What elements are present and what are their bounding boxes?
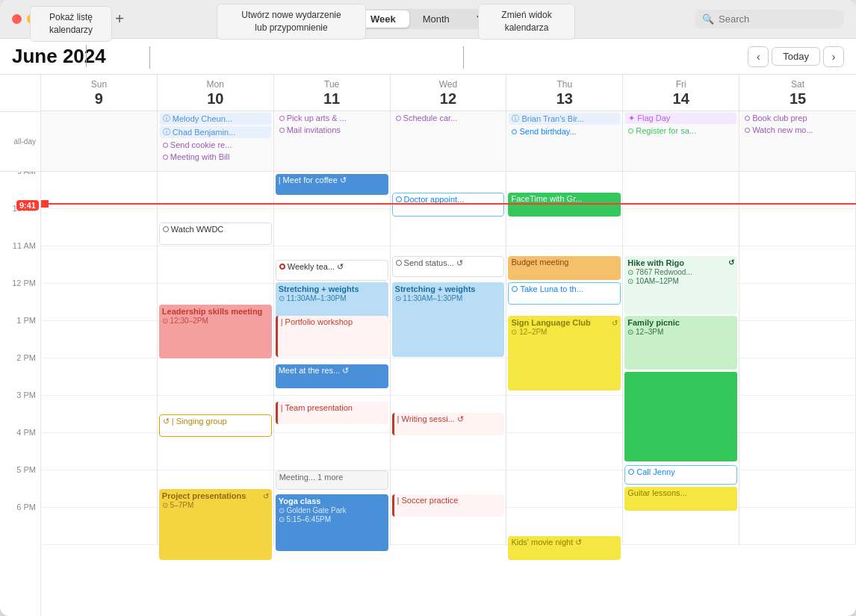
today-button[interactable]: Today: [772, 47, 820, 66]
event-stretching-wed[interactable]: Stretching + weights ⊙ 11:30AM–1:30PM: [392, 282, 505, 357]
view-tabs: Day Week Month Year: [311, 9, 511, 29]
day-header-sun: Sun 9: [41, 75, 158, 111]
event-portfolio[interactable]: | Portfolio workshop: [276, 316, 388, 357]
add-event-button[interactable]: +: [111, 11, 128, 28]
calendar-list-icon[interactable]: ☷: [61, 10, 78, 28]
event-sign-language[interactable]: Sign Language Club ⊙ 12–2PM ↺: [508, 316, 621, 391]
toolbar-icons: ☷ ✉: [61, 10, 104, 28]
event-call-jenny[interactable]: Call Jenny: [624, 465, 737, 485]
time-label-11am: 11 AM: [0, 241, 40, 279]
tab-week[interactable]: Week: [357, 10, 409, 28]
day-col-mon: Watch WWDC Leadership skills meeting ⊙ 1…: [158, 172, 274, 545]
day-header-spacer: [0, 75, 40, 112]
titlebar: ☷ ✉ + Day Week Month Year 🔍: [0, 0, 856, 39]
event-doctor[interactable]: Doctor appoint...: [392, 193, 505, 217]
time-label-2pm: 2 PM: [0, 353, 40, 391]
time-label-1pm: 1 PM: [0, 316, 40, 353]
allday-label: all-day: [14, 137, 36, 146]
event-book-club[interactable]: Book club prep: [742, 113, 854, 123]
day-header-wed: Wed 12: [391, 75, 507, 111]
day-header-mon: Mon 10: [158, 75, 274, 111]
event-guitar[interactable]: Guitar lessons...: [624, 487, 737, 511]
event-meeting-bill[interactable]: Meeting with Bill: [160, 152, 271, 162]
day-header-thu: Thu 13: [506, 75, 623, 111]
allday-row: ⓘ Melody Cheun... ⓘ Chad Benjamin... Sen…: [41, 111, 856, 172]
time-label-4pm: 4 PM: [0, 428, 40, 465]
allday-cell-sun: [41, 111, 158, 171]
event-take-luna[interactable]: Take Luna to th...: [508, 282, 621, 305]
traffic-lights: [12, 14, 52, 24]
event-family-picnic[interactable]: Family picnic ⊙ 12–3PM: [624, 316, 737, 370]
event-flag-day[interactable]: ✦ Flag Day: [625, 113, 736, 124]
close-button[interactable]: [12, 14, 22, 24]
event-weekly-tea[interactable]: Weekly tea... ↺: [276, 260, 388, 281]
event-yoga[interactable]: Yoga class ⊙ Golden Gate Park ⊙ 5:15–6:4…: [276, 494, 388, 551]
day-col-thu: FaceTime with Gr... Budget meeting Take …: [506, 172, 623, 545]
event-register[interactable]: Register for sa...: [625, 125, 736, 136]
event-leadership[interactable]: Leadership skills meeting ⊙ 12:30–2PM: [159, 305, 272, 358]
allday-cell-wed: Schedule car...: [391, 111, 507, 171]
calendar-header: June 2024 ‹ Today ›: [0, 39, 856, 75]
day-header-sat: Sat 15: [739, 75, 856, 111]
inbox-icon[interactable]: ✉: [86, 10, 104, 28]
event-send-status[interactable]: Send status... ↺: [392, 256, 505, 277]
event-kids-movie[interactable]: Kids' movie night ↺: [508, 536, 621, 560]
next-button[interactable]: ›: [823, 46, 844, 67]
day-header-fri: Fri 14: [623, 75, 739, 111]
calendar-main: all-day 9:41 9 AM 10 AM 11 AM 12 PM 1 PM…: [0, 75, 856, 616]
event-team-presentation[interactable]: | Team presentation: [276, 402, 388, 424]
event-budget[interactable]: Budget meeting: [508, 256, 621, 280]
event-chad[interactable]: ⓘ Chad Benjamin...: [160, 126, 271, 138]
event-cookie[interactable]: Send cookie re...: [160, 140, 271, 150]
allday-cell-fri: ✦ Flag Day Register for sa...: [623, 111, 739, 171]
search-input[interactable]: [719, 13, 838, 25]
nav-buttons: ‹ Today ›: [748, 46, 844, 67]
day-header-tue: Tue 11: [274, 75, 391, 111]
event-brian-bday[interactable]: ⓘ Brian Tran's Bir...: [509, 113, 620, 125]
event-send-birthday[interactable]: Send birthday...: [509, 126, 620, 137]
event-soccer[interactable]: | Soccer practice: [392, 494, 505, 517]
maximize-button[interactable]: [42, 14, 52, 24]
allday-cell-mon: ⓘ Melody Cheun... ⓘ Chad Benjamin... Sen…: [158, 111, 274, 171]
event-melody[interactable]: ⓘ Melody Cheun...: [160, 113, 271, 125]
event-meet-res[interactable]: Meet at the res... ↺: [276, 364, 388, 388]
event-hike[interactable]: Hike with Rigo ↺ ⊙ 7867 Redwood... ⊙ 10A…: [624, 256, 737, 314]
event-green-bar: [624, 372, 737, 461]
event-schedule-car[interactable]: Schedule car...: [393, 113, 504, 123]
event-watch-movie[interactable]: Watch new mo...: [742, 125, 854, 135]
day-col-tue: | Meet for coffee ↺ Weekly tea... ↺ Stre…: [274, 172, 391, 545]
event-watch-wwdc[interactable]: Watch WWDC: [159, 223, 272, 245]
event-meet-coffee[interactable]: | Meet for coffee ↺: [276, 174, 388, 195]
day-col-wed: Doctor appoint... Send status... ↺ Stret…: [391, 172, 507, 545]
time-label-3pm: 3 PM: [0, 391, 40, 428]
time-labels: 9:41 9 AM 10 AM 11 AM 12 PM 1 PM 2 PM 3 …: [0, 172, 40, 545]
day-headers: Sun 9 Mon 10 Tue 11 Wed 12 Thu 13: [41, 75, 856, 111]
tab-year[interactable]: Year: [463, 10, 509, 28]
event-mail-invitations[interactable]: Mail invitations: [276, 125, 388, 135]
event-meeting-more[interactable]: Meeting... 1 more: [276, 470, 388, 490]
time-grid: Watch WWDC Leadership skills meeting ⊙ 1…: [41, 172, 856, 616]
prev-button[interactable]: ‹: [748, 46, 769, 67]
day-col-fri: Hike with Rigo ↺ ⊙ 7867 Redwood... ⊙ 10A…: [623, 172, 739, 545]
search-bar: 🔍: [695, 10, 844, 28]
allday-label-cell: all-day: [0, 112, 40, 172]
days-area: Sun 9 Mon 10 Tue 11 Wed 12 Thu 13: [41, 75, 856, 616]
event-facetime[interactable]: FaceTime with Gr...: [508, 193, 621, 217]
minimize-button[interactable]: [27, 14, 37, 24]
time-grid-days: Watch WWDC Leadership skills meeting ⊙ 1…: [41, 172, 856, 545]
event-writing-session[interactable]: | Writing sessi... ↺: [392, 413, 505, 435]
allday-cell-thu: ⓘ Brian Tran's Bir... Send birthday...: [506, 111, 623, 171]
time-label-5pm: 5 PM: [0, 465, 40, 503]
time-label-12pm: 12 PM: [0, 279, 40, 316]
event-pickup-arts[interactable]: Pick up arts & ...: [276, 113, 388, 123]
current-time-badge: 9:41: [16, 200, 39, 211]
event-project-presentations[interactable]: Project presentations ⊙ 5–7PM ↺: [159, 489, 272, 560]
time-labels-area: 9:41 9 AM 10 AM 11 AM 12 PM 1 PM 2 PM 3 …: [0, 172, 40, 616]
time-label-9am: 9 AM: [0, 172, 40, 204]
time-column: all-day 9:41 9 AM 10 AM 11 AM 12 PM 1 PM…: [0, 75, 41, 616]
calendar-window: Pokaż listękalendarzy Utwórz nowe wydarz…: [0, 0, 856, 616]
event-singing-group[interactable]: ↺| Singing group: [159, 414, 272, 437]
day-col-sun: [41, 172, 158, 545]
tab-month[interactable]: Month: [409, 10, 463, 28]
tab-day[interactable]: Day: [313, 10, 357, 28]
